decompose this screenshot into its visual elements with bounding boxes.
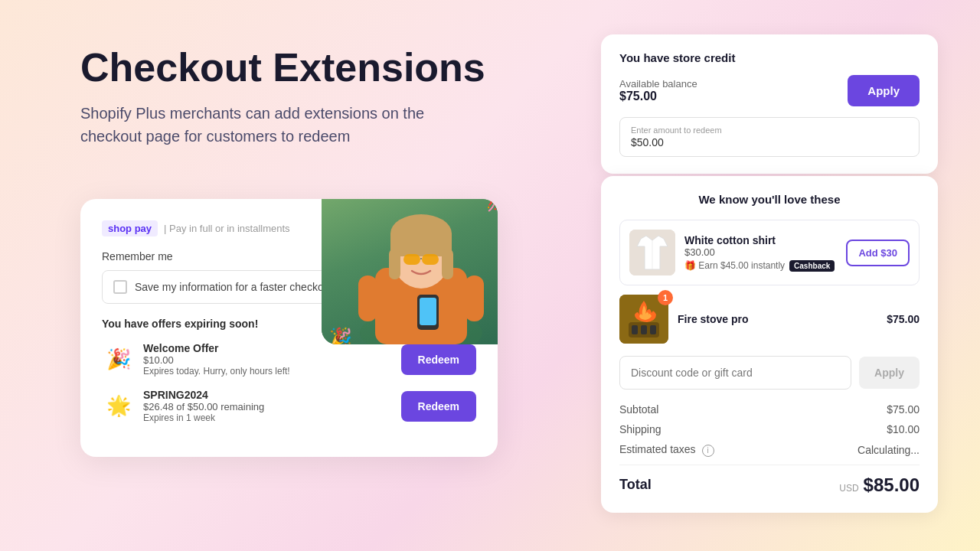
svg-rect-6 [442,249,453,279]
total-label: Total [619,477,652,493]
svg-rect-5 [389,249,400,279]
subtotal-row: Subtotal $75.00 [619,403,920,416]
cashback-badge: Cashback [789,260,835,272]
offer-row-1: 🎉 Welcome Offer $10.00 Expires today. Hu… [102,342,476,377]
shipping-value: $10.00 [887,423,920,435]
svg-rect-11 [420,298,436,325]
product-row-shirt: White cotton shirt $30.00 🎁 Earn $45.00 … [619,220,920,285]
confetti-icon-bottom: 🎉 [329,327,352,344]
svg-rect-21 [650,325,656,334]
fire-product-price: $75.00 [887,313,920,325]
cashback-row: 🎁 Earn $45.00 instantly Cashback [684,260,837,272]
redeem-amount-input[interactable]: Enter amount to redeem $50.00 [619,117,920,157]
svg-rect-19 [632,325,638,334]
taxes-label: Estimated taxes i [619,443,714,457]
welcome-offer-icon: 🎉 [102,343,136,377]
total-right: USD $85.00 [839,474,920,496]
offer-2-amount: $26.48 of $50.00 remaining [143,401,401,412]
page-title: Checkout Extensions [80,46,540,90]
redeem-input-label: Enter amount to redeem [631,126,908,135]
offer-row-2: 🌟 SPRING2024 $26.48 of $50.00 remaining … [102,389,476,423]
add-shirt-button[interactable]: Add $30 [846,240,910,266]
offer-2-name: SPRING2024 [143,389,401,401]
spring-offer-icon: 🌟 [102,390,136,423]
taxes-value: Calculating... [858,444,920,456]
shoppay-installments: | Pay in full or in installments [164,223,290,234]
shoppay-logo: shop pay [102,220,158,236]
redeem-input-value: $50.00 [631,136,908,148]
svg-rect-13 [465,276,484,321]
subtotal-value: $75.00 [887,403,920,416]
hero-section: Checkout Extensions Shopify Plus merchan… [80,46,540,148]
offer-2-info: SPRING2024 $26.48 of $50.00 remaining Ex… [136,389,401,423]
credit-info: Available balance $75.00 [619,78,697,103]
svg-rect-8 [422,254,439,265]
fire-product-name: Fire stove pro [678,313,887,325]
svg-rect-12 [358,276,377,321]
fire-product-row: 1 Fire stove pro $75.00 [619,295,920,344]
offer-1-info: Welcome Offer $10.00 Expires today. Hurr… [136,342,401,377]
discount-row: Apply [619,356,920,390]
offer-2-expires: Expires in 1 week [143,412,401,423]
person-image: 🎊 [322,199,498,344]
recommendations-card: We know you'll love these White cotton s… [601,176,938,513]
fire-info: Fire stove pro [668,313,887,325]
shipping-label: Shipping [619,423,662,435]
total-row: Total USD $85.00 [619,465,920,496]
store-credit-apply-button[interactable]: Apply [848,75,920,106]
store-credit-card: You have store credit Available balance … [601,34,938,174]
redeem-button-1[interactable]: Redeem [401,344,476,375]
save-info-checkbox[interactable] [113,280,127,294]
offer-1-expires: Expires today. Hurry, only hours left! [143,366,401,377]
checkout-card: 🎊 [80,199,498,457]
save-info-label: Save my information for a faster checkou… [135,281,332,293]
shirt-image [629,230,675,276]
subtotal-label: Subtotal [619,403,658,416]
credit-label: Available balance [619,78,697,90]
cashback-text: 🎁 Earn $45.00 instantly [684,260,785,271]
taxes-row: Estimated taxes i Calculating... [619,443,920,457]
recommendations-title: We know you'll love these [619,193,920,206]
redeem-button-2[interactable]: Redeem [401,391,476,422]
shirt-price: $30.00 [684,246,837,258]
total-amount: $85.00 [864,474,920,496]
fire-product-badge: 1 [658,290,673,305]
total-currency: USD [839,483,858,494]
offer-1-amount: $10.00 [143,354,401,366]
shipping-row: Shipping $10.00 [619,423,920,435]
fire-product-image: 1 [619,295,668,344]
shirt-info: White cotton shirt $30.00 🎁 Earn $45.00 … [675,234,846,272]
discount-code-input[interactable] [619,356,851,390]
svg-rect-7 [403,254,420,265]
discount-apply-button[interactable]: Apply [859,357,920,389]
credit-row: Available balance $75.00 Apply [619,75,920,106]
shirt-name: White cotton shirt [684,234,837,246]
credit-amount: $75.00 [619,90,697,103]
svg-rect-20 [641,325,647,334]
taxes-info-icon[interactable]: i [702,445,714,457]
page-subtitle: Shopify Plus merchants can add extension… [80,102,448,148]
store-credit-title: You have store credit [619,51,920,64]
